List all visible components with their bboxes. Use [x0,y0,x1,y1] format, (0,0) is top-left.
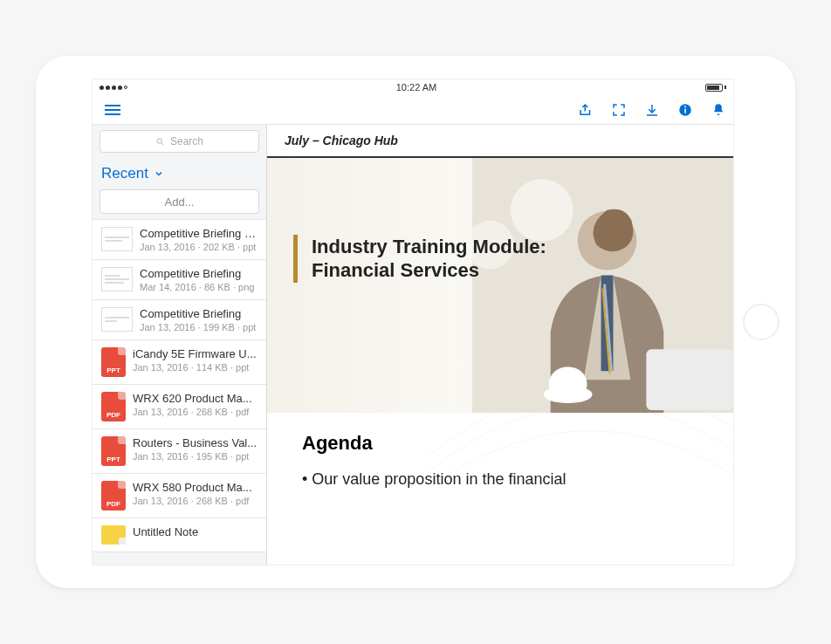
slide-title-line2: Financial Services [312,258,546,283]
svg-point-2 [684,106,686,107]
item-meta: Jan 13, 2016 · 114 KB · ppt [133,362,258,373]
item-title: Competitive Briefing -... [140,227,258,240]
item-title: iCandy 5E Firmware U... [133,347,258,360]
topbar-actions [578,102,726,118]
list-item[interactable]: Competitive Briefing -... Jan 13, 2016 ·… [93,219,266,260]
search-input[interactable]: Search [100,130,259,153]
battery-icon [705,84,726,92]
item-meta: Jan 13, 2016 · 268 KB · pdf [133,496,258,506]
item-meta: Jan 13, 2016 · 195 KB · ppt [133,451,258,462]
person-image [472,158,733,413]
file-list: Competitive Briefing -... Jan 13, 2016 ·… [93,219,266,565]
note-icon [101,525,126,545]
info-icon[interactable] [677,102,693,118]
file-preview-icon [101,227,133,251]
svg-point-5 [511,179,573,242]
pdf-icon: PDF [101,481,126,510]
list-item[interactable]: PPT iCandy 5E Firmware U... Jan 13, 2016… [93,340,266,385]
swirl-decoration [402,413,733,535]
tablet-frame: 10:22 AM Search [36,56,795,588]
menu-icon[interactable] [101,101,124,119]
file-preview-icon [101,307,133,332]
bell-icon[interactable] [711,102,726,118]
app-body: Search Recent Add... Competitive Briefin… [93,125,733,565]
search-icon [155,137,165,147]
download-icon[interactable] [644,102,660,118]
item-title: Untitled Note [133,525,258,538]
search-placeholder: Search [170,135,203,147]
statusbar: 10:22 AM [93,79,733,95]
section-label: Recent [101,165,148,182]
item-meta: Jan 13, 2016 · 199 KB · ppt [140,322,258,332]
ppt-icon: PPT [101,347,126,377]
fullscreen-icon[interactable] [611,102,627,118]
list-item[interactable]: PDF WRX 620 Product Ma... Jan 13, 2016 ·… [93,385,266,429]
section-dropdown[interactable]: Recent [93,158,266,189]
item-title: WRX 620 Product Ma... [133,392,258,405]
svg-rect-1 [684,108,686,113]
slide-title: Industry Training Module: Financial Serv… [293,235,546,283]
document-viewer: July – Chicago Hub [267,125,733,565]
add-button[interactable]: Add... [100,189,259,214]
slide-title-line1: Industry Training Module: [312,235,546,259]
svg-point-3 [157,138,162,143]
chevron-down-icon [154,168,164,179]
file-preview-icon [101,267,133,291]
ppt-icon: PPT [101,436,126,466]
list-item[interactable]: Competitive Briefing Mar 14, 2016 · 86 K… [93,260,266,300]
sidebar: Search Recent Add... Competitive Briefin… [93,125,267,565]
item-title: WRX 580 Product Ma... [133,481,258,494]
item-title: Competitive Briefing [140,267,258,280]
item-meta: Jan 13, 2016 · 268 KB · pdf [133,407,258,417]
signal-dots [100,86,127,90]
status-time: 10:22 AM [396,82,436,92]
item-title: Routers - Business Val... [133,436,258,449]
slide-1: Industry Training Module: Financial Serv… [267,158,733,413]
screen: 10:22 AM Search [92,79,734,565]
document-header: July – Chicago Hub [267,125,733,158]
home-button[interactable] [743,304,779,340]
pdf-icon: PDF [101,392,126,421]
list-item[interactable]: PDF WRX 580 Product Ma... Jan 13, 2016 ·… [93,474,266,518]
add-label: Add... [165,195,195,209]
svg-rect-11 [646,349,733,410]
list-item[interactable]: PPT Routers - Business Val... Jan 13, 20… [93,429,266,474]
svg-point-13 [549,367,587,401]
share-icon[interactable] [578,102,594,118]
item-title: Competitive Briefing [140,307,258,320]
slide-2: Agenda • Our value proposition in the fi… [267,413,733,565]
item-meta: Mar 14, 2016 · 86 KB · png [140,282,258,292]
item-meta: Jan 13, 2016 · 202 KB · ppt [140,242,258,252]
list-item[interactable]: Untitled Note [93,518,266,552]
list-item[interactable]: Competitive Briefing Jan 13, 2016 · 199 … [93,300,266,340]
topbar [93,95,733,125]
